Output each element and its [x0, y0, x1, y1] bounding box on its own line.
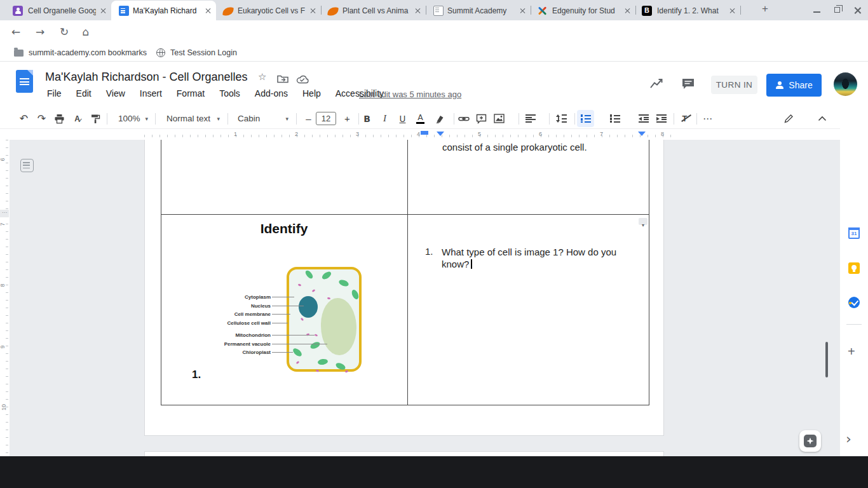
google-calendar-icon[interactable]: [848, 227, 860, 239]
google-docs-icon[interactable]: [16, 70, 33, 93]
document-outline-icon[interactable]: [20, 159, 34, 172]
tab-plant-cell[interactable]: Plant Cell vs Anima: [321, 1, 426, 20]
star-document-icon[interactable]: ☆: [258, 72, 266, 82]
nucleus-shape: [299, 296, 318, 318]
first-line-indent-marker[interactable]: [421, 131, 428, 135]
font-size-field[interactable]: 12: [316, 112, 336, 125]
figure-number[interactable]: 1.: [192, 369, 201, 381]
get-addons-icon[interactable]: [848, 344, 855, 359]
menu-addons[interactable]: Add-ons: [255, 88, 288, 98]
document-canvas[interactable]: consist of a single prokaryotic cell. Id…: [0, 140, 868, 456]
back-icon[interactable]: [6, 22, 25, 41]
editing-mode-icon[interactable]: [780, 110, 797, 127]
figure-label: Permanent vacuole: [185, 341, 271, 348]
google-tasks-icon[interactable]: [848, 297, 860, 308]
right-indent-marker[interactable]: [638, 132, 646, 136]
increase-indent-icon[interactable]: [653, 110, 670, 127]
highlight-color-icon[interactable]: [431, 110, 448, 127]
share-button[interactable]: Share: [766, 74, 822, 97]
underline-icon[interactable]: [394, 110, 411, 127]
tab-label: Summit Academy: [447, 6, 515, 15]
window-close-icon[interactable]: [853, 6, 862, 15]
document-page[interactable]: consist of a single prokaryotic cell. Id…: [144, 140, 664, 436]
home-icon[interactable]: [76, 22, 95, 41]
tab-edgenuity[interactable]: Edgenuity for Stud: [531, 1, 635, 20]
text-color-icon[interactable]: [412, 110, 429, 127]
more-options-icon[interactable]: [699, 110, 716, 127]
numbered-list-icon[interactable]: [577, 110, 594, 127]
tab-brainly[interactable]: Identify 1. 2. What: [635, 1, 740, 20]
spellcheck-icon[interactable]: A✓: [69, 110, 86, 127]
table-cell-menu-button[interactable]: [639, 218, 648, 225]
last-edit-link[interactable]: Last edit was 5 minutes ago: [359, 90, 461, 99]
menu-view[interactable]: View: [106, 88, 125, 98]
bookmark-test-session[interactable]: Test Session Login: [156, 46, 237, 60]
align-icon[interactable]: [522, 110, 539, 127]
font-select[interactable]: Cabin: [235, 111, 291, 126]
paragraph-style-select[interactable]: Normal text: [164, 111, 222, 126]
decrease-indent-icon[interactable]: [635, 110, 653, 127]
vertical-ruler[interactable]: 6 7 8 9 10: [0, 140, 10, 456]
tab-close-icon[interactable]: [624, 8, 630, 14]
document-title[interactable]: Ma'Kaylah Richardson - Cell Organelles: [45, 71, 248, 84]
cloud-saved-icon[interactable]: [296, 74, 309, 84]
tab-summit-academy[interactable]: Summit Academy: [426, 1, 531, 20]
table-row-handle[interactable]: [0, 210, 9, 217]
tab-label: Ma'Kaylah Richard: [133, 6, 201, 15]
identify-heading[interactable]: Identify: [161, 221, 407, 236]
menu-insert[interactable]: Insert: [140, 88, 162, 98]
tab-close-icon[interactable]: [309, 8, 316, 14]
tab-cell-organelle[interactable]: Cell Organelle Goog: [6, 1, 111, 20]
tab-makaylah-doc[interactable]: Ma'Kaylah Richard: [111, 1, 216, 20]
tab-close-icon[interactable]: [205, 8, 211, 14]
menu-tools[interactable]: Tools: [219, 88, 240, 98]
menu-file[interactable]: File: [47, 88, 62, 98]
tab-close-icon[interactable]: [100, 8, 106, 14]
menu-edit[interactable]: Edit: [76, 88, 92, 98]
row1-text[interactable]: consist of a single prokaryotic cell.: [442, 141, 587, 153]
add-comment-icon[interactable]: [473, 110, 490, 127]
clear-formatting-icon[interactable]: [676, 110, 693, 127]
print-icon[interactable]: [51, 110, 68, 127]
comments-icon[interactable]: [681, 78, 695, 90]
line-spacing-icon[interactable]: [553, 110, 570, 127]
turn-in-button[interactable]: TURN IN: [711, 76, 757, 94]
plant-cell-figure[interactable]: [287, 267, 362, 372]
tab-close-icon[interactable]: [414, 8, 421, 14]
increase-font-size-icon[interactable]: +: [339, 110, 356, 127]
redo-icon[interactable]: [33, 110, 50, 127]
tab-close-icon[interactable]: [729, 8, 735, 14]
forward-icon[interactable]: [31, 22, 50, 41]
left-indent-marker[interactable]: [437, 132, 444, 136]
question-text[interactable]: What type of cell is image 1? How do you…: [442, 246, 627, 270]
bookmark-folder[interactable]: summit-academy.com bookmarks: [14, 46, 147, 60]
window-minimize-icon[interactable]: [813, 11, 820, 13]
italic-icon[interactable]: [376, 110, 393, 127]
scrollbar-thumb[interactable]: [825, 342, 828, 377]
horizontal-ruler[interactable]: 1 2 3 4 5 6 7 8: [10, 129, 840, 140]
window-restore-icon[interactable]: [834, 7, 840, 13]
account-avatar[interactable]: [834, 72, 857, 96]
undo-icon[interactable]: [15, 110, 32, 127]
explore-button[interactable]: [799, 430, 821, 452]
reload-icon[interactable]: [55, 22, 74, 41]
tab-close-icon[interactable]: [519, 8, 526, 14]
decrease-font-size-icon[interactable]: –: [300, 110, 317, 127]
move-to-folder-icon[interactable]: [277, 74, 288, 83]
mitochondrion-shape: [312, 289, 316, 292]
document-stats-icon[interactable]: [649, 78, 663, 90]
insert-image-icon[interactable]: [491, 110, 508, 127]
paint-format-icon[interactable]: [86, 110, 104, 127]
menu-format[interactable]: Format: [177, 88, 205, 98]
insert-link-icon[interactable]: [455, 110, 472, 127]
bold-icon[interactable]: [358, 110, 376, 127]
new-tab-button[interactable]: [757, 3, 773, 18]
google-keep-icon[interactable]: [848, 262, 860, 274]
tab-eukaryotic[interactable]: Eukaryotic Cell vs F: [216, 1, 321, 20]
zoom-select[interactable]: 100%: [116, 111, 151, 126]
bulleted-list-icon[interactable]: [606, 110, 623, 127]
collapse-toolbar-icon[interactable]: [813, 110, 831, 127]
hide-side-panel-icon[interactable]: [846, 431, 851, 447]
browser-tab-strip: Cell Organelle Goog Ma'Kaylah Richard Eu…: [0, 0, 868, 20]
menu-help[interactable]: Help: [302, 88, 321, 98]
